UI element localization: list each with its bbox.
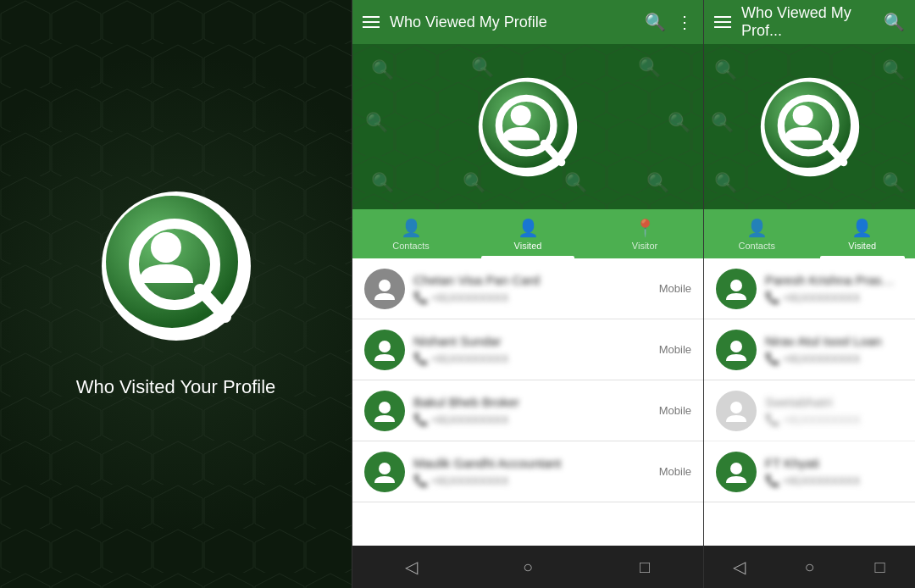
scatter-search-icon-6: 🔍 [371, 172, 394, 194]
contact-phone-3: 📞 +91XXXXXXXX [413, 413, 651, 426]
svg-point-7 [511, 105, 531, 125]
contact-info-1: Chetan Visa Pan Card 📞 +91XXXXXXXX [405, 273, 659, 304]
tab-contacts-1[interactable]: 👤 Contacts [352, 209, 469, 258]
svg-point-22 [730, 463, 742, 474]
contact-name-2: Nishant Sundar [413, 334, 651, 348]
phone-icon-p2-2: 📞 [765, 352, 779, 365]
bottom-nav-1: ◁ ○ □ [352, 546, 703, 588]
hero-banner-1: 🔍 🔍 🔍 🔍 🔍 🔍 🔍 🔍 🔍 [352, 44, 703, 209]
search-icon-2[interactable]: 🔍 [884, 12, 905, 32]
splash-screen: Who Visited Your Profile [0, 0, 352, 588]
app-screen-1: Who Viewed My Profile 🔍 ⋮ 🔍 🔍 🔍 🔍 🔍 🔍 🔍 … [352, 0, 703, 588]
contact-name-1: Chetan Visa Pan Card [413, 273, 651, 287]
tab-bar-1: 👤 Contacts 👤 Visited 📍 Visitor [352, 209, 703, 258]
back-button-1[interactable]: ◁ [394, 550, 428, 584]
hero-banner-2: 🔍 🔍 🔍 🔍 🔍 [704, 44, 915, 209]
contact-name-p2-4: FT Khyati [765, 456, 895, 470]
phone-icon-2: 📞 [413, 352, 428, 365]
contact-item-4[interactable]: Maulik Gandhi Accountant 📞 +91XXXXXXXX M… [352, 441, 703, 502]
contact-type-1: Mobile [659, 282, 691, 295]
svg-point-16 [792, 105, 812, 125]
app-screen-2: Who Viewed My Prof... 🔍 🔍 🔍 🔍 🔍 🔍 [703, 0, 915, 588]
avatar-2 [364, 330, 405, 370]
contact-phone-1: 📞 +91XXXXXXXX [413, 291, 651, 304]
contact-type-4: Mobile [659, 465, 691, 478]
contact-info-p2-4: FT Khyati 📞 +91XXXXXXXX [757, 456, 903, 487]
app-title-2: Who Viewed My Prof... [741, 4, 873, 40]
tab-visited-1[interactable]: 👤 Visited [469, 209, 586, 258]
recent-button-2[interactable]: □ [863, 550, 897, 584]
contact-item-2[interactable]: Nishant Sundar 📞 +91XXXXXXXX Mobile [352, 319, 703, 380]
avatar-4 [364, 452, 405, 492]
scatter-search-icon-1: 🔍 [371, 59, 394, 81]
scatter-icon-p2-5: 🔍 [882, 172, 905, 194]
phone-icon-p2-4: 📞 [765, 474, 779, 487]
app-title-1: Who Viewed My Profile [390, 14, 635, 31]
scatter-icon-p2-4: 🔍 [714, 172, 737, 194]
contact-list-2: Paresh Krishna Prasad 📞 +91XXXXXXXX Nira… [704, 258, 915, 546]
scatter-icon-p2-2: 🔍 [882, 59, 905, 81]
contact-list-1: Chetan Visa Pan Card 📞 +91XXXXXXXX Mobil… [352, 258, 703, 546]
recent-button-1[interactable]: □ [628, 550, 662, 584]
phone-icon-3: 📞 [413, 413, 428, 426]
contact-info-3: Bakul Bheb Broker 📞 +91XXXXXXXX [405, 395, 659, 426]
menu-icon-2[interactable] [714, 16, 731, 28]
menu-icon[interactable] [363, 16, 380, 28]
contact-name-p2-3: Swetabhatri [765, 395, 895, 409]
contact-phone-p2-1: 📞 +91XXXXXXXX [765, 291, 895, 304]
more-icon-1[interactable]: ⋮ [676, 12, 693, 32]
contact-item-p2-3[interactable]: Swetabhatri 📞 +91XXXXXXXX [704, 380, 915, 441]
contacts-tab-icon-1: 👤 [401, 218, 422, 238]
visited-tab-icon-1: 👤 [518, 218, 539, 238]
svg-point-11 [379, 341, 391, 352]
svg-point-20 [730, 341, 742, 352]
contact-item-1[interactable]: Chetan Visa Pan Card 📞 +91XXXXXXXX Mobil… [352, 258, 703, 319]
contact-item-p2-2[interactable]: Nirav Atul Isool Loan 📞 +91XXXXXXXX [704, 319, 915, 380]
top-bar-1: Who Viewed My Profile 🔍 ⋮ [352, 0, 703, 44]
contact-name-p2-1: Paresh Krishna Prasad [765, 273, 895, 287]
scatter-search-icon-3: 🔍 [638, 57, 661, 79]
tab-bar-2: 👤 Contacts 👤 Visited [704, 209, 915, 258]
scatter-search-icon-5: 🔍 [668, 112, 690, 134]
contact-phone-p2-4: 📞 +91XXXXXXXX [765, 474, 895, 487]
contact-name-4: Maulik Gandhi Accountant [413, 456, 651, 470]
avatar-3 [364, 391, 405, 431]
back-button-2[interactable]: ◁ [723, 550, 757, 584]
contact-info-p2-2: Nirav Atul Isool Loan 📞 +91XXXXXXXX [757, 334, 903, 365]
scatter-icon-p2-1: 🔍 [714, 59, 737, 81]
svg-point-13 [379, 463, 391, 474]
contact-phone-2: 📞 +91XXXXXXXX [413, 352, 651, 365]
contact-type-3: Mobile [659, 404, 691, 417]
avatar-1 [364, 269, 405, 309]
hero-logo-1 [477, 76, 579, 178]
visited-tab-icon-2: 👤 [851, 218, 873, 238]
svg-point-2 [151, 232, 181, 263]
splash-title: Who Visited Your Profile [76, 376, 276, 398]
tab-visitor-1[interactable]: 📍 Visitor [586, 209, 703, 258]
contact-phone-p2-2: 📞 +91XXXXXXXX [765, 352, 895, 365]
scatter-icon-p2-3: 🔍 [711, 112, 734, 134]
svg-point-10 [379, 280, 391, 291]
avatar-p2-1 [716, 269, 757, 309]
avatar-p2-4 [716, 452, 757, 492]
contact-name-3: Bakul Bheb Broker [413, 395, 651, 409]
home-button-1[interactable]: ○ [511, 550, 545, 584]
phone-icon-1: 📞 [413, 291, 428, 304]
tab-contacts-2[interactable]: 👤 Contacts [704, 209, 810, 258]
scatter-search-icon-9: 🔍 [646, 172, 669, 194]
phone-icon-4: 📞 [413, 474, 428, 487]
search-icon-1[interactable]: 🔍 [645, 12, 666, 32]
phone-icon-p2-1: 📞 [765, 291, 779, 304]
splash-logo [100, 190, 252, 342]
contacts-tab-icon-2: 👤 [746, 218, 768, 238]
tab-visited-2[interactable]: 👤 Visited [810, 209, 916, 258]
avatar-p2-2 [716, 330, 757, 370]
svg-point-21 [730, 402, 742, 413]
contact-info-2: Nishant Sundar 📞 +91XXXXXXXX [405, 334, 659, 365]
contact-item-p2-4[interactable]: FT Khyati 📞 +91XXXXXXXX [704, 441, 915, 502]
contact-item-p2-1[interactable]: Paresh Krishna Prasad 📞 +91XXXXXXXX [704, 258, 915, 319]
avatar-p2-3 [716, 391, 757, 431]
home-button-2[interactable]: ○ [793, 550, 827, 584]
contact-item-3[interactable]: Bakul Bheb Broker 📞 +91XXXXXXXX Mobile [352, 380, 703, 441]
contact-info-p2-1: Paresh Krishna Prasad 📞 +91XXXXXXXX [757, 273, 903, 304]
